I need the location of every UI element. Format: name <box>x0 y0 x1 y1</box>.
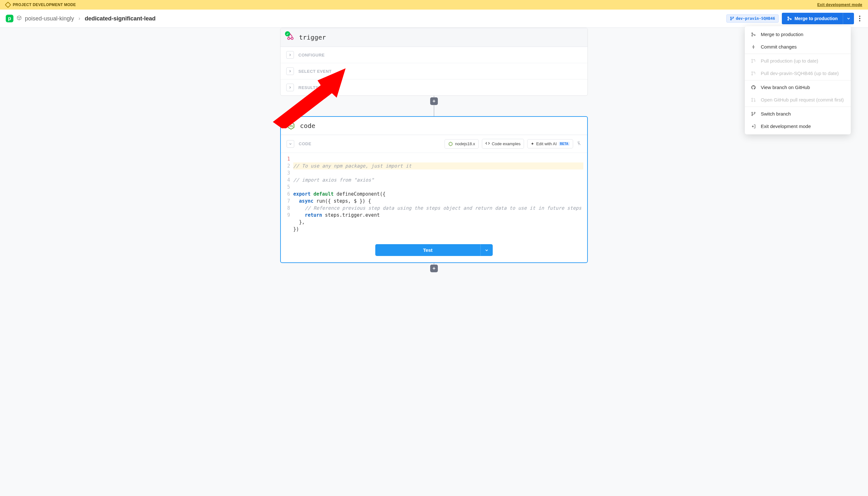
trigger-title: trigger <box>299 33 326 41</box>
trigger-icon: ✓ <box>286 33 295 42</box>
dropdown-separator <box>745 80 851 80</box>
code-content[interactable]: // To use any npm package, just import i… <box>293 155 587 233</box>
svg-point-21 <box>287 37 290 40</box>
diamond-icon <box>5 2 11 8</box>
beta-badge: BETA <box>559 142 570 146</box>
svg-point-8 <box>754 34 755 35</box>
commit-icon <box>751 44 756 49</box>
svg-point-2 <box>730 19 731 20</box>
nodejs-badge-icon <box>448 141 453 146</box>
add-step-button[interactable]: + <box>430 265 438 272</box>
dropdown-item-pull-branch: Pull dev-pravin-SQHB46 (up to date) <box>745 67 851 79</box>
merge-button[interactable]: Merge to production <box>782 13 843 24</box>
merge-button-label: Merge to production <box>794 16 838 21</box>
trigger-step-header[interactable]: ✓ trigger <box>281 28 587 47</box>
github-icon <box>751 85 756 90</box>
code-step-header[interactable]: JS code <box>281 117 587 135</box>
svg-point-5 <box>790 18 791 19</box>
trigger-configure-section[interactable]: CONFIGURE <box>281 47 587 63</box>
branch-badge[interactable]: dev-pravin-SQHB46 <box>726 14 779 23</box>
svg-point-9 <box>753 46 754 48</box>
sparkle-icon: ✦ <box>531 141 534 146</box>
breadcrumb-workflow[interactable]: dedicated-significant-lead <box>84 15 155 22</box>
expand-button[interactable] <box>286 51 294 59</box>
svg-point-15 <box>752 100 753 102</box>
svg-point-18 <box>754 112 755 113</box>
svg-point-0 <box>730 17 731 18</box>
edit-with-ai-button[interactable]: ✦ Edit with AI BETA <box>527 139 573 149</box>
code-step[interactable]: JS code CODE nodejs18.x <box>280 116 588 263</box>
workflow-canvas: ✓ trigger CONFIGURE SELECT EVENT RESULTS <box>0 28 868 284</box>
app-logo[interactable]: p <box>6 15 13 22</box>
code-editor[interactable]: 1 2 3 4 5 6 7 8 9 // To use any npm pack… <box>281 153 587 238</box>
test-bar: Test <box>281 238 587 262</box>
pr-icon <box>751 97 756 103</box>
merge-dropdown-toggle[interactable] <box>843 13 854 24</box>
svg-point-6 <box>752 33 753 33</box>
svg-text:JS: JS <box>289 124 293 128</box>
branch-name: dev-pravin-SQHB46 <box>736 16 775 21</box>
expand-button[interactable] <box>286 67 294 75</box>
add-step-button[interactable]: + <box>430 97 438 105</box>
dropdown-item-commit[interactable]: Commit changes <box>745 41 851 53</box>
svg-point-12 <box>752 72 753 73</box>
trigger-select-event-section[interactable]: SELECT EVENT <box>281 63 587 79</box>
pull-icon <box>751 71 756 76</box>
svg-point-7 <box>752 35 753 36</box>
test-dropdown-toggle[interactable] <box>480 244 493 256</box>
expand-button[interactable] <box>286 83 294 91</box>
code-section-label: CODE <box>299 141 312 146</box>
svg-point-14 <box>752 98 753 99</box>
step-connector: + <box>430 96 438 107</box>
dropdown-separator <box>745 107 851 107</box>
nodejs-icon: JS <box>287 121 296 130</box>
project-icon <box>17 15 22 22</box>
svg-point-17 <box>752 112 753 113</box>
line-gutter: 1 2 3 4 5 6 7 8 9 <box>281 155 293 233</box>
more-menu-button[interactable] <box>857 14 862 23</box>
dropdown-item-view-github[interactable]: View branch on GitHub <box>745 81 851 94</box>
merge-dropdown-menu: Merge to production Commit changes Pull … <box>745 26 851 134</box>
svg-point-1 <box>733 17 733 18</box>
breadcrumb-project[interactable]: poised-usual-kingly <box>25 15 74 22</box>
dev-mode-label: PROJECT DEVELOPMENT MODE <box>13 2 76 7</box>
exit-icon <box>751 124 756 129</box>
exit-dev-mode-link[interactable]: Exit development mode <box>817 2 862 7</box>
breadcrumb-separator: › <box>79 16 80 21</box>
svg-point-13 <box>752 74 753 75</box>
step-connector: + <box>430 263 438 271</box>
svg-point-22 <box>291 37 293 40</box>
code-icon <box>485 141 490 146</box>
test-button[interactable]: Test <box>375 244 480 256</box>
pull-icon <box>751 58 756 63</box>
merge-icon <box>751 32 756 37</box>
svg-point-16 <box>754 100 755 102</box>
dropdown-item-open-pr: Open GitHub pull request (commit first) <box>745 94 851 106</box>
dropdown-item-switch-branch[interactable]: Switch branch <box>745 108 851 120</box>
dropdown-item-exit-dev[interactable]: Exit development mode <box>745 120 851 133</box>
dev-mode-banner: PROJECT DEVELOPMENT MODE Exit developmen… <box>0 0 868 10</box>
dropdown-item-pull-prod: Pull production (up to date) <box>745 55 851 67</box>
pin-icon[interactable] <box>576 141 581 147</box>
svg-point-10 <box>752 59 753 60</box>
code-step-title: code <box>300 122 315 129</box>
code-examples-button[interactable]: Code examples <box>482 139 524 149</box>
collapse-button[interactable] <box>287 140 294 148</box>
svg-point-19 <box>752 114 753 115</box>
app-header: p poised-usual-kingly › dedicated-signif… <box>0 10 868 28</box>
svg-point-3 <box>788 17 789 18</box>
runtime-selector[interactable]: nodejs18.x <box>444 139 479 149</box>
code-toolbar: CODE nodejs18.x Code examples ✦ <box>281 135 587 153</box>
dropdown-separator <box>745 53 851 54</box>
branch-icon <box>751 111 756 117</box>
svg-point-4 <box>788 19 789 20</box>
svg-point-11 <box>752 62 753 63</box>
check-icon: ✓ <box>285 31 290 36</box>
dropdown-item-merge[interactable]: Merge to production <box>745 28 851 41</box>
trigger-step[interactable]: ✓ trigger CONFIGURE SELECT EVENT RESULTS <box>280 28 588 96</box>
trigger-results-section[interactable]: RESULTS <box>281 79 587 95</box>
